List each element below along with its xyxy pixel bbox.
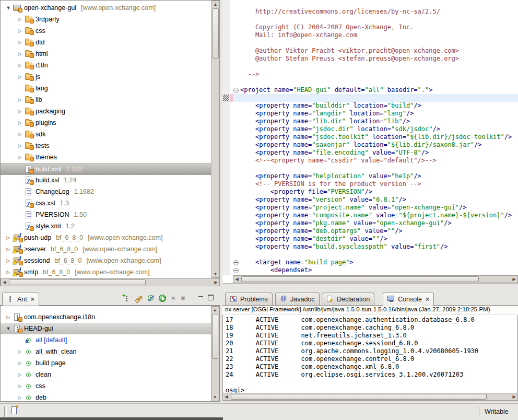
code-line[interactable] [240,251,518,259]
tab-declaration[interactable]: Declaration [322,293,374,305]
scroll-left-arrow[interactable]: ◀ [233,276,240,283]
explorer-horizontal-scrollbar[interactable]: ◀ ▶ [1,278,220,286]
remove-all-buildfiles-button[interactable]: ×× [180,294,192,304]
tree-item-plugins[interactable]: ▷plugins [1,117,211,129]
code-line[interactable]: <property name="builddir" location="buil… [240,102,518,110]
tree-item-html[interactable]: ▷html [1,48,211,60]
code-line[interactable] [240,165,518,172]
editor-text-area[interactable]: http://creativecommons.org/licenses/by-n… [240,0,518,275]
tree-item-changelog[interactable]: ChangeLog1.1682 [1,186,211,197]
code-line[interactable]: Mail: info@open-xchange.com [240,31,518,39]
range-indicator-marker[interactable] [223,95,229,101]
tree-item-sessiond[interactable]: ▷sessiondbf_6_8_0[www.open-xchange.com] [1,255,211,266]
code-line[interactable]: <dependset> [240,266,518,274]
tree-item-all-default[interactable]: all [default] [1,334,219,346]
minimize-button[interactable] [198,295,203,302]
tree-item-pversion[interactable]: PVERSION1.50 [1,209,211,220]
code-line[interactable]: <!-- PVERSION is for the product version… [240,180,518,188]
chevron-collapsed-icon[interactable]: ▷ [15,109,25,114]
code-line[interactable]: <property name="version" value="6.8.1"/> [240,196,518,204]
tree-item-lib[interactable]: ▷lib [1,94,211,106]
horizontal-sash[interactable] [0,286,518,291]
tree-item-css-xsl[interactable]: ycss.xsl1.3 [1,197,211,209]
code-line[interactable] [240,16,518,24]
code-line[interactable]: --> [240,71,518,78]
chevron-expanded-icon[interactable]: ▼ [4,5,13,10]
code-line[interactable] [240,63,518,71]
code-line[interactable]: <property name="deb.optargs" value=""/> [240,227,518,235]
fastview-button[interactable] [11,406,21,416]
code-line[interactable]: http://creativecommons.org/licenses/by-n… [240,8,518,16]
tree-item-themes[interactable]: ▷themes [1,151,211,163]
close-icon[interactable]: × [426,296,429,303]
chevron-collapsed-icon[interactable]: ▷ [15,395,25,400]
tree-item-open-xchange-gui[interactable]: ▼open-xchange-gui[www.open-xchange.com] [1,2,211,14]
scroll-thumb[interactable] [241,276,479,282]
hide-internal-targets-button[interactable] [146,294,157,304]
code-line[interactable]: <target name="build page"> [240,259,518,266]
scroll-up-arrow[interactable]: ▲ [211,307,218,313]
tree-item-server[interactable]: ▷>serverbf_6_8_0[www.open-xchange.com] [1,243,211,255]
tree-item-all-with-clean[interactable]: ▷all_with_clean [1,346,219,357]
tree-item-head-gui[interactable]: ▼HEAD-gui [1,323,219,334]
tree-item-deb[interactable]: ▷deb [1,392,219,402]
vertical-sash[interactable] [220,0,222,286]
close-icon[interactable]: × [31,296,34,303]
explorer-vertical-scrollbar[interactable]: ▲ ▼ [211,1,220,278]
scroll-right-arrow[interactable]: ▶ [511,276,517,283]
tree-item-3rdparty[interactable]: ▷3rdparty [1,14,211,25]
scroll-up-arrow[interactable]: ▲ [212,1,219,8]
chevron-collapsed-icon[interactable]: ▷ [15,63,25,68]
tree-item-push-udp[interactable]: ▷push-udpbf_6_8_0[www.open-xchange.com] [1,232,211,243]
code-line[interactable]: <property name="destdir" value=""/> [240,235,518,243]
chevron-collapsed-icon[interactable]: ▷ [15,132,25,137]
chevron-collapsed-icon[interactable]: ▷ [15,383,25,389]
code-line[interactable]: <property name="build.sysclasspath" valu… [240,243,518,251]
add-buildfile-button[interactable]: + [123,294,134,304]
chevron-collapsed-icon[interactable]: ▷ [15,143,25,148]
tree-item-com-openexchange-i18n[interactable]: ▷com.openexchange.i18n [1,311,219,323]
scroll-thumb[interactable] [9,279,146,285]
tab-problems[interactable]: Problems [225,293,273,305]
code-line[interactable]: <property name="project.name" value="ope… [240,204,518,212]
editor-folding-margin[interactable] [233,0,240,275]
code-line[interactable]: Copyright (C) 2004-2007 Open-Xchange, In… [240,24,518,31]
tree-item-style-xml[interactable]: ystyle.xml1.2 [1,220,211,232]
scroll-right-arrow[interactable]: ▶ [511,393,517,400]
chevron-expanded-icon[interactable]: ▼ [4,326,13,331]
scroll-left-arrow[interactable]: ◀ [1,279,8,286]
code-line[interactable]: @author Stefan Preuss <stefan.preuss@ope… [240,55,518,63]
editor-vertical-ruler[interactable] [222,0,230,275]
package-explorer-tree[interactable]: ▼open-xchange-gui[www.open-xchange.com]▷… [1,1,211,278]
chevron-collapsed-icon[interactable]: ▷ [15,349,25,354]
chevron-collapsed-icon[interactable]: ▷ [15,97,25,102]
code-line[interactable]: <property name="file.encoding" value="UT… [240,149,518,157]
fold-collapse-icon[interactable] [233,268,239,273]
code-line[interactable]: <property file="PVERSION"/> [240,188,518,196]
code-line[interactable]: <property name="saxonjar" location="${li… [240,141,518,149]
tree-item-tests[interactable]: ▷tests [1,140,211,151]
ant-vertical-scrollbar[interactable]: ▲ ▼ [211,306,219,401]
code-line[interactable]: <property name="jsdoc.toolkit" location=… [240,133,518,141]
code-line[interactable] [240,0,518,8]
console-horizontal-scrollbar[interactable]: ◀ ▶ [222,393,518,401]
tree-item-packaging[interactable]: ▷packaging [1,106,211,117]
tree-item-i18n[interactable]: ▷i18n [1,60,211,71]
chevron-collapsed-icon[interactable]: ▷ [15,17,25,22]
code-line[interactable]: <property name="jsdoc.dir" location="sdk… [240,125,518,133]
chevron-collapsed-icon[interactable]: ▷ [15,120,25,125]
tab-console[interactable]: Console× [383,293,434,306]
chevron-collapsed-icon[interactable]: ▷ [15,360,25,366]
scroll-thumb[interactable] [212,314,218,359]
chevron-collapsed-icon[interactable]: ▷ [4,258,13,263]
tree-item-css[interactable]: ▷css [1,380,219,392]
chevron-collapsed-icon[interactable]: ▷ [15,155,25,160]
chevron-collapsed-icon[interactable]: ▷ [15,40,25,45]
ant-targets-tree[interactable]: ▷com.openexchange.i18n▼HEAD-guiall [defa… [0,306,220,402]
code-line[interactable]: <property name="pkg.name" value="open-xc… [240,219,518,227]
run-target-button[interactable] [157,294,169,304]
search-buildfile-button[interactable] [134,294,146,304]
code-line[interactable]: <property name="composite.name" value="$… [240,212,518,219]
chevron-collapsed-icon[interactable]: ▷ [4,247,13,252]
scroll-left-arrow[interactable]: ◀ [223,393,230,400]
